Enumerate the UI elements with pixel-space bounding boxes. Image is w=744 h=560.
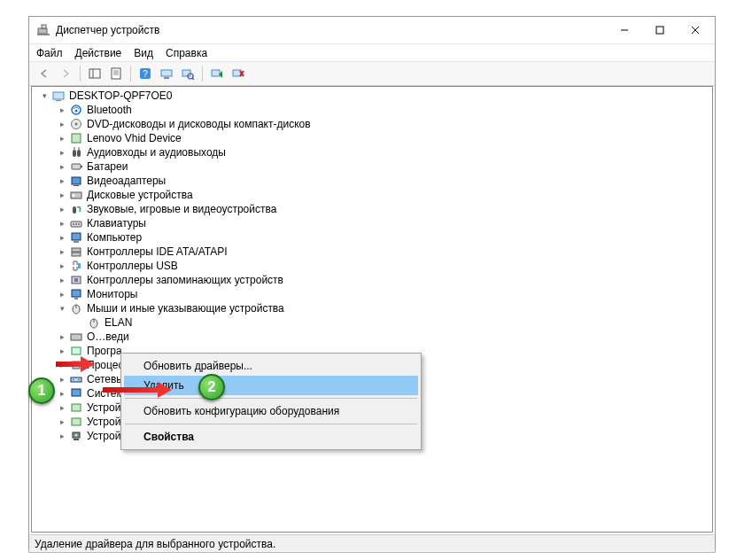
tree-root[interactable]: ▾DESKTOP-QPF7OE0 [39,89,712,103]
svg-rect-35 [72,177,81,184]
uninstall-device-icon[interactable] [229,64,248,83]
ctx-rescan[interactable]: Обновить конфигурацию оборудования [124,401,418,421]
svg-rect-48 [78,263,81,268]
annotation-arrow-2 [103,387,159,393]
expand-icon[interactable]: ▸ [57,289,67,299]
node-label: DVD-дисководы и дисководы компакт-дисков [87,118,311,130]
device-category-icon [69,159,83,174]
minimize-button[interactable] [607,18,642,43]
expand-icon[interactable]: ▸ [57,161,67,172]
context-menu: Обновить драйверы... Удалить Обновить ко… [120,353,422,450]
forward-button[interactable] [56,64,75,83]
expand-icon[interactable]: ▸ [57,275,67,285]
node-label: О…веди [87,331,129,343]
tree-category[interactable]: ▸Клавиатуры [57,216,712,230]
tree-category[interactable]: ▸Аудиовходы и аудиовыходы [57,145,712,159]
device-category-icon [69,259,83,273]
expand-icon[interactable]: ▸ [57,346,67,356]
scan-hardware-icon[interactable] [178,64,198,83]
node-label: Аудиовходы и аудиовыходы [87,146,226,159]
enable-device-icon[interactable] [207,64,227,83]
tree-category[interactable]: ▸Контроллеры USB [57,259,712,273]
svg-line-19 [192,78,194,80]
expand-icon[interactable]: ▸ [57,232,67,243]
svg-point-61 [73,379,74,381]
menu-action[interactable]: Действие [75,47,122,59]
close-button[interactable] [678,18,713,43]
node-label: Lenovo Vhid Device [87,132,182,144]
expand-icon[interactable]: ▸ [57,246,67,257]
tree-category[interactable]: ▸Мониторы [57,287,712,301]
svg-rect-39 [73,206,76,214]
maximize-button[interactable] [642,18,678,43]
ctx-properties[interactable]: Свойства [124,427,418,447]
expand-icon[interactable]: ▸ [57,416,67,427]
menu-help[interactable]: Справка [166,47,207,59]
device-category-icon [69,401,83,415]
show-panes-icon[interactable] [85,64,105,83]
svg-rect-46 [72,248,81,252]
tree-category[interactable]: ▸Звуковые, игровые и видеоустройства [57,202,712,216]
titlebar: Диспетчер устройств [29,17,715,43]
menu-file[interactable]: Файл [36,47,63,59]
expand-icon[interactable]: ▸ [57,105,67,115]
tree-category[interactable]: ▸Батареи [57,159,712,174]
tree-category[interactable]: ▸Контроллеры запоминающих устройств [57,273,712,287]
annotation-callout-1: 1 [28,377,55,404]
node-label: Контроллеры IDE ATA/ATAPI [87,245,228,258]
expand-icon[interactable]: ▸ [57,147,67,158]
svg-rect-30 [72,134,81,143]
device-tree[interactable]: ▾DESKTOP-QPF7OE0▸Bluetooth▸DVD-дисководы… [31,86,713,533]
expand-icon[interactable]: ▸ [57,402,67,413]
device-category-icon [69,429,83,443]
tree-category[interactable]: ▸Дисковые устройства [57,188,712,202]
ctx-update-drivers[interactable]: Обновить драйверы... [124,356,418,376]
tree-category[interactable]: ▸Видеоадаптеры [57,174,712,188]
collapse-icon[interactable]: ▾ [57,303,67,314]
tree-category[interactable]: ▸DVD-дисководы и дисководы компакт-диско… [57,117,712,131]
tree-category[interactable]: ▸Контроллеры IDE ATA/ATAPI [57,245,712,259]
device-category-icon [69,145,83,159]
back-button[interactable] [35,64,54,83]
tree-category[interactable]: ▸Bluetooth [57,103,712,117]
expand-icon[interactable]: ▸ [57,261,67,271]
device-category-icon [69,330,83,344]
tree-category[interactable]: ▸О…веди [57,330,712,344]
device-category-icon [69,188,83,202]
svg-rect-36 [74,185,79,186]
collapse-icon[interactable]: ▾ [39,90,50,101]
device-category-icon [69,174,83,188]
expand-icon[interactable]: ▸ [57,175,67,186]
expand-icon[interactable]: ▸ [57,388,67,399]
annotation-callout-2: 2 [198,374,225,401]
expand-icon[interactable]: ▸ [57,204,67,214]
tree-category[interactable]: ▸Компьютер [57,230,712,245]
expand-icon[interactable]: ▸ [57,190,67,200]
svg-rect-17 [182,70,190,76]
svg-rect-24 [53,92,64,99]
svg-rect-20 [212,70,220,76]
expand-icon[interactable]: ▸ [57,431,67,441]
expand-icon[interactable]: ▸ [57,119,67,129]
expand-icon[interactable]: ▸ [57,331,67,342]
expand-icon[interactable]: ▸ [57,133,67,144]
device-category-icon [87,315,101,330]
tree-category-expanded[interactable]: ▾Мыши и иные указывающие устройства [57,301,712,315]
svg-rect-51 [72,290,81,297]
svg-point-38 [73,194,75,197]
menu-view[interactable]: Вид [134,47,153,59]
svg-rect-4 [656,27,663,34]
device-category-icon [69,415,83,429]
svg-rect-41 [73,223,74,225]
svg-point-27 [75,110,78,113]
properties-icon[interactable] [106,64,126,83]
svg-rect-0 [38,28,47,34]
computer-icon[interactable] [157,64,176,83]
node-label: Видеоадаптеры [87,175,166,187]
callout-label: 1 [38,383,46,399]
help-icon[interactable]: ? [136,64,155,83]
expand-icon[interactable]: ▸ [57,374,67,385]
tree-category[interactable]: ▸Lenovo Vhid Device [57,131,712,145]
tree-device-item[interactable]: ELAN [74,315,712,330]
expand-icon[interactable]: ▸ [57,218,67,229]
